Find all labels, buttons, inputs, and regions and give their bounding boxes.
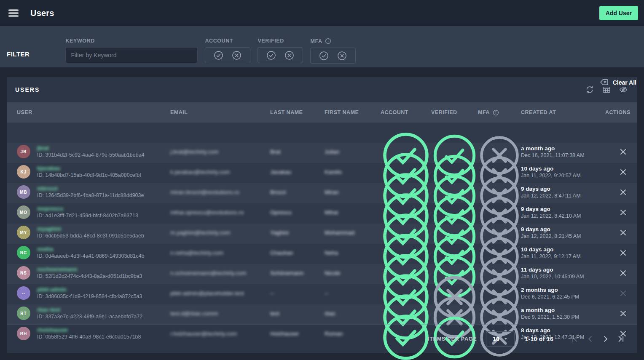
created-absolute: Jan 12, 2022, 8:47:11 AM [521,193,605,199]
user-name-link[interactable]: kjavakau [37,165,60,172]
user-name-link[interactable]: mbrozzi [37,185,58,192]
keyword-input[interactable] [65,47,198,63]
first-page-button[interactable] [570,335,579,343]
col-header-last-name[interactable]: LAST NAME [270,109,325,115]
items-per-page-select[interactable]: 10 [486,331,515,347]
created-relative: 9 days ago [521,226,605,233]
delete-user-icon[interactable] [619,269,627,277]
user-name-link[interactable]: nneha [37,246,53,253]
created-relative: 2 months ago [521,286,605,294]
first-name-cell: Mohammad [325,229,381,236]
user-name-link[interactable]: rholzhauser [37,327,68,333]
delete-user-icon[interactable] [619,249,627,257]
created-relative: 9 days ago [521,205,605,213]
avatar-initials: JB [21,149,27,154]
x-circle-icon[interactable] [232,51,241,60]
created-relative: 11 days ago [521,266,605,274]
first-name-cell: Nicole [325,270,381,276]
table-header-row: USER EMAIL LAST NAME FIRST NAME ACCOUNT … [7,102,637,123]
check-circle-icon[interactable] [214,51,223,60]
user-id-text: ID: 337a3e7c-4223-49f9-a9e1-acaebbfd7a72 [37,314,142,320]
mfa-filter-label: MFA [310,38,322,44]
x-circle-icon[interactable] [284,51,294,60]
table-row: JB jbrat ID: 391b4d2f-5c92-4aa4-879e-550… [7,123,637,143]
user-id-text: ID: a41e3fff-7d21-459d-bfcf-8402b7a93713 [37,213,138,219]
delete-user-icon[interactable] [619,168,627,176]
verified-filter-label: VERIFIED [258,38,284,44]
avatar: JB [17,145,30,158]
mfa-filter-group [310,48,356,64]
user-id-text: ID: 0d4aaeeb-4d3f-4a41-9869-149303d81c4b [37,253,144,260]
created-relative: a month ago [521,145,605,152]
avatar: NC [17,246,30,259]
delete-user-icon[interactable] [619,309,627,317]
avatar-initials: -- [22,291,26,296]
avatar-initials: MO [20,210,27,215]
user-id-text: ID: 12645d39-2bf6-4ba8-871a-11dc88dd903e [37,192,144,199]
delete-user-icon[interactable] [619,208,627,216]
avatar: KJ [17,165,30,179]
top-bar: Users Add User [0,0,644,26]
col-header-email[interactable]: EMAIL [170,109,270,115]
user-id-text: ID: 52f1d2c2-f74c-4d43-8a2a-d051d1bc9ba3 [37,273,142,280]
x-circle-icon[interactable] [337,51,347,61]
add-user-button[interactable]: Add User [599,6,638,20]
created-absolute: Dec 16, 2021, 11:07:38 AM [521,152,605,158]
last-page-button[interactable] [617,335,625,343]
clear-all-label: Clear All [613,79,636,85]
info-icon[interactable] [325,38,331,44]
first-name-cell: rbac [325,310,381,317]
previous-page-button[interactable] [586,335,594,343]
col-header-account[interactable]: ACCOUNT [381,109,431,115]
delete-user-icon[interactable] [619,148,627,156]
first-name-cell: Julian [325,149,381,155]
info-icon[interactable] [493,109,499,116]
user-name-link[interactable]: nschoenemann [37,266,77,273]
delete-user-icon[interactable] [619,229,627,237]
verified-filter-group [258,47,303,63]
avatar: -- [17,286,30,300]
user-name-link[interactable]: rbac-test [37,307,60,313]
created-absolute: Dec 9, 2021, 1:52:30 PM [521,314,605,320]
avatar: MO [17,205,30,219]
col-header-user[interactable]: USER [7,109,170,115]
page-range-text: 1-10 of 16 [525,336,553,342]
email-cell: k.javakau@techirly.com [170,169,270,175]
created-relative: a month ago [521,307,605,314]
items-per-page-label: ITEMS PER PAGE [428,336,477,342]
delete-user-icon[interactable] [619,289,627,297]
user-name-link[interactable]: moprescu [37,205,63,212]
email-cell: mihai.oprescu@evolutions.ro [170,209,270,216]
menu-icon[interactable] [8,7,19,19]
backspace-icon [599,77,609,87]
col-header-mfa[interactable]: MFA [478,109,521,116]
avatar-initials: NS [20,271,27,275]
col-header-created-at[interactable]: CREATED AT [521,109,605,115]
refresh-icon[interactable] [585,85,594,94]
avatar-initials: MB [20,190,27,195]
last-name-cell: Javakau [270,169,325,175]
col-header-first-name[interactable]: FIRST NAME [325,109,381,115]
user-name-link[interactable]: myaghini [37,226,61,232]
created-relative: 9 days ago [521,185,605,193]
col-header-verified[interactable]: VERIFIED [431,109,478,115]
avatar-initials: MY [20,230,27,235]
avatar: NS [17,266,30,280]
first-name-cell: -- [325,290,381,296]
user-id-text: ID: 6dcb5d53-bdda-48cd-8e3f-091d51e5daeb [37,233,144,240]
clear-all-button[interactable]: Clear All [599,77,636,87]
last-name-cell: Oprescu [270,209,325,216]
check-circle-icon[interactable] [266,51,276,60]
created-relative: 10 days ago [521,165,605,173]
delete-user-icon[interactable] [619,188,627,196]
pagination-bar: ITEMS PER PAGE 10 1-10 of 16 [7,325,637,353]
next-page-button[interactable] [601,335,610,343]
user-name-link[interactable]: pbkt-admin [37,286,67,293]
check-circle-icon[interactable] [319,51,329,61]
created-absolute: Jan 12, 2022, 8:42:10 AM [521,213,605,219]
last-name-cell: Schönemann [270,270,325,276]
last-name-cell: Brat [270,149,325,155]
email-cell: test.d@rbac.comm [170,310,270,317]
email-cell: r.holzhauser@techirly.com [170,331,270,337]
user-name-link[interactable]: jbrat [37,145,49,152]
